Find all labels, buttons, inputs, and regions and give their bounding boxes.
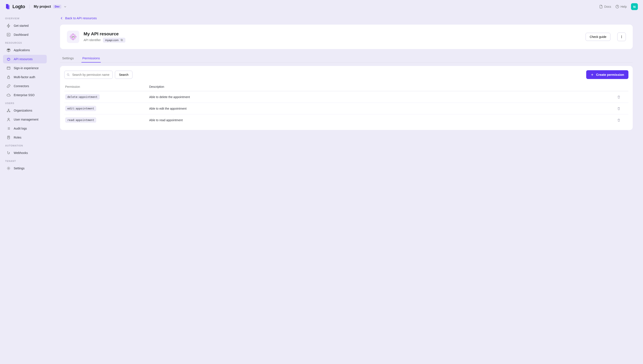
svg-point-25 xyxy=(70,36,71,37)
permission-name: delete:appointment xyxy=(65,94,100,100)
identifier-chip: myapi.com xyxy=(103,38,125,42)
section-label: TENANT xyxy=(0,158,50,164)
sidebar-item-label: Dashboard xyxy=(14,33,29,36)
topbar: Logto My project Dev Docs Help N xyxy=(0,0,643,13)
svg-text:API: API xyxy=(72,36,74,38)
tabs: SettingsPermissions xyxy=(60,54,633,62)
section-label: RESOURCES xyxy=(0,40,50,46)
resource-title: My API resource xyxy=(84,31,581,36)
sidebar-item-label: User management xyxy=(14,118,38,121)
tab-settings[interactable]: Settings xyxy=(61,54,75,62)
logo-text: Logto xyxy=(13,4,25,10)
sidebar-item-settings[interactable]: Settings xyxy=(3,164,47,172)
permission-description: Able to delete the appointment xyxy=(149,95,617,99)
search-icon xyxy=(67,73,70,76)
help-link[interactable]: Help xyxy=(615,5,627,8)
avatar[interactable]: N xyxy=(631,3,638,10)
sidebar-item-api-resources[interactable]: API resources xyxy=(3,55,47,64)
sidebar-item-label: Connectors xyxy=(14,84,29,88)
table-row: delete:appointmentAble to delete the app… xyxy=(64,91,628,103)
permission-name: read:appointment xyxy=(65,117,96,123)
search-button[interactable]: Search xyxy=(115,71,132,79)
chevron-down-icon xyxy=(64,5,67,8)
search-box xyxy=(64,71,113,79)
list-icon xyxy=(7,126,11,130)
sidebar-item-connectors[interactable]: Connectors xyxy=(3,82,47,90)
chart-icon xyxy=(7,32,11,37)
sidebar-item-label: Organizations xyxy=(14,109,32,112)
search-input[interactable] xyxy=(64,71,113,79)
check-guide-button[interactable]: Check guide xyxy=(585,33,610,41)
svg-point-24 xyxy=(73,39,74,40)
svg-rect-19 xyxy=(6,4,8,8)
user-icon xyxy=(7,117,11,122)
permission-description: Able to edit the appointment xyxy=(149,107,617,110)
permissions-table: Permission Description delete:appointmen… xyxy=(64,82,628,126)
sidebar-item-dashboard[interactable]: Dashboard xyxy=(3,30,47,39)
copy-icon[interactable] xyxy=(120,38,123,42)
help-icon xyxy=(615,5,619,8)
identifier-label: API Identifier xyxy=(84,38,101,42)
logo-icon xyxy=(5,4,10,10)
sidebar-item-sign-in-experience[interactable]: Sign-in experience xyxy=(3,64,47,72)
plus-icon xyxy=(590,73,594,76)
sidebar-item-multi-factor-auth[interactable]: Multi-factor auth xyxy=(3,73,47,81)
tab-permissions[interactable]: Permissions xyxy=(82,54,101,62)
gear-icon xyxy=(7,166,11,170)
permissions-panel: Search Create permission Permission Desc… xyxy=(60,66,633,130)
sidebar-item-enterprise-sso[interactable]: Enterprise SSO xyxy=(3,91,47,99)
sidebar-item-audit-logs[interactable]: Audit logs xyxy=(3,124,47,133)
section-label: AUTOMATION xyxy=(0,142,50,148)
sidebar-item-organizations[interactable]: Organizations xyxy=(3,106,47,115)
main-content: Back to API resources API My API resourc… xyxy=(50,0,643,364)
project-name: My project xyxy=(34,5,51,8)
more-actions-button[interactable] xyxy=(617,32,626,41)
sidebar-item-label: API resources xyxy=(14,58,33,61)
sidebar-item-roles[interactable]: Roles xyxy=(3,133,47,142)
create-permission-button[interactable]: Create permission xyxy=(586,70,628,79)
col-header-description: Description xyxy=(149,85,617,88)
chevron-left-icon xyxy=(60,16,64,20)
docs-link[interactable]: Docs xyxy=(599,5,611,8)
sidebar-item-label: Webhooks xyxy=(14,151,28,154)
delete-permission-button[interactable] xyxy=(617,95,627,99)
svg-point-23 xyxy=(73,34,74,34)
hook-icon xyxy=(7,151,11,155)
sidebar-item-label: Settings xyxy=(14,166,25,170)
permission-name: edit:appointment xyxy=(65,106,96,111)
sidebar-item-label: Get started xyxy=(14,24,29,28)
section-label: OVERVIEW xyxy=(0,15,50,21)
cloud-icon xyxy=(7,93,11,97)
delete-permission-button[interactable] xyxy=(617,107,627,110)
docs-icon xyxy=(599,5,603,8)
project-selector[interactable]: My project Dev xyxy=(34,5,67,8)
col-header-permission: Permission xyxy=(65,85,149,88)
sidebar-item-label: Applications xyxy=(14,48,30,52)
link-icon xyxy=(7,84,11,88)
table-row: read:appointmentAble to read appointment xyxy=(64,114,628,126)
org-icon xyxy=(7,108,11,113)
box-icon xyxy=(7,48,11,52)
api-resource-icon: API xyxy=(67,30,79,43)
logo[interactable]: Logto xyxy=(5,4,25,10)
table-row: edit:appointmentAble to edit the appoint… xyxy=(64,103,628,114)
back-link[interactable]: Back to API resources xyxy=(60,16,97,20)
section-label: USERS xyxy=(0,100,50,106)
plug-icon xyxy=(7,57,11,61)
sidebar-item-label: Multi-factor auth xyxy=(14,75,35,79)
sidebar: OVERVIEWGet startedDashboardRESOURCESApp… xyxy=(0,0,50,364)
resource-header-card: API My API resource API Identifier myapi… xyxy=(60,24,633,49)
sidebar-item-user-management[interactable]: User management xyxy=(3,115,47,124)
delete-permission-button[interactable] xyxy=(617,118,627,122)
sidebar-item-label: Audit logs xyxy=(14,127,27,130)
permission-description: Able to read appointment xyxy=(149,118,617,122)
sidebar-item-applications[interactable]: Applications xyxy=(3,46,47,54)
sidebar-item-get-started[interactable]: Get started xyxy=(3,22,47,30)
sidebar-item-webhooks[interactable]: Webhooks xyxy=(3,148,47,157)
sidebar-item-label: Sign-in experience xyxy=(14,66,39,70)
lock-icon xyxy=(7,75,11,79)
bolt-icon xyxy=(7,24,11,28)
sidebar-item-label: Enterprise SSO xyxy=(14,93,35,97)
sidebar-item-label: Roles xyxy=(14,136,22,139)
svg-point-26 xyxy=(76,36,76,37)
